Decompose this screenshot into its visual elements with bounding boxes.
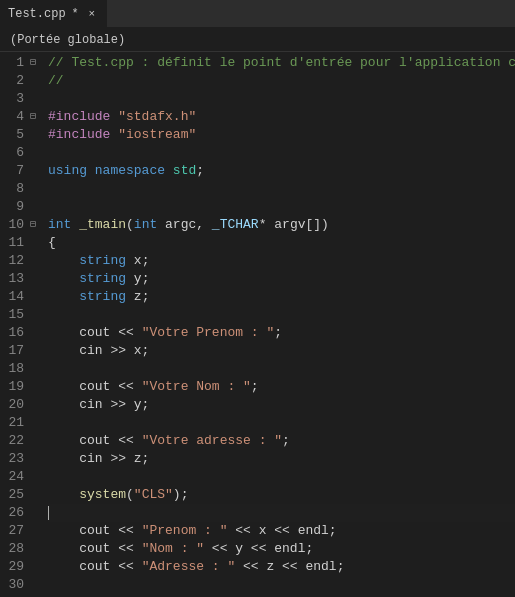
line-number: 2 <box>0 72 24 90</box>
token: #include <box>48 108 118 126</box>
fold-icon <box>30 558 44 576</box>
token: "Votre adresse : " <box>142 432 282 450</box>
line-number: 25 <box>0 486 24 504</box>
token <box>48 270 79 288</box>
token: cin >> x; <box>48 342 149 360</box>
fold-icon <box>30 540 44 558</box>
fold-icon <box>30 234 44 252</box>
fold-icon <box>30 360 44 378</box>
token: z; <box>126 288 149 306</box>
token: string <box>79 270 126 288</box>
fold-icon[interactable]: ⊟ <box>30 54 44 72</box>
fold-icon <box>30 432 44 450</box>
tab-test-cpp[interactable]: Test.cpp * × <box>0 0 108 27</box>
code-line <box>48 504 515 522</box>
fold-icon <box>30 162 44 180</box>
editor-area: 1234567891011121314151617181920212223242… <box>0 52 515 597</box>
token <box>48 288 79 306</box>
token: cout << <box>48 378 142 396</box>
fold-icon <box>30 252 44 270</box>
tab-filename: Test.cpp <box>8 7 66 21</box>
token: int <box>134 216 157 234</box>
code-line <box>48 468 515 486</box>
token: x; <box>126 252 149 270</box>
fold-icon <box>30 450 44 468</box>
line-number: 21 <box>0 414 24 432</box>
token: << x << endl; <box>227 522 336 540</box>
token: argc, <box>157 216 212 234</box>
code-line <box>48 576 515 594</box>
token: _tmain <box>79 216 126 234</box>
code-line: cout << "Votre adresse : "; <box>48 432 515 450</box>
token: << z << endl; <box>235 558 344 576</box>
token: ); <box>173 486 189 504</box>
fold-icon <box>30 90 44 108</box>
token: #include <box>48 126 118 144</box>
tab-close-button[interactable]: × <box>85 7 99 21</box>
code-line: { <box>48 234 515 252</box>
code-line <box>48 144 515 162</box>
code-line: // <box>48 72 515 90</box>
code-line: cin >> x; <box>48 342 515 360</box>
code-content[interactable]: // Test.cpp : définit le point d'entrée … <box>44 52 515 597</box>
fold-icon <box>30 522 44 540</box>
code-line <box>48 198 515 216</box>
token <box>48 252 79 270</box>
token: "stdafx.h" <box>118 108 196 126</box>
token: "Votre Prenom : " <box>142 324 275 342</box>
token: cout << <box>48 540 142 558</box>
breadcrumb: (Portée globale) <box>0 28 515 52</box>
code-line: string x; <box>48 252 515 270</box>
line-number: 28 <box>0 540 24 558</box>
line-number: 13 <box>0 270 24 288</box>
fold-icon <box>30 414 44 432</box>
line-number: 4 <box>0 108 24 126</box>
line-numbers-gutter: 1234567891011121314151617181920212223242… <box>0 52 30 597</box>
code-line: system("CLS"); <box>48 486 515 504</box>
token: << y << endl; <box>204 540 313 558</box>
fold-icon[interactable]: ⊟ <box>30 108 44 126</box>
line-number: 29 <box>0 558 24 576</box>
fold-icon <box>30 288 44 306</box>
token: "Nom : " <box>142 540 204 558</box>
token: ( <box>126 486 134 504</box>
fold-icon <box>30 342 44 360</box>
token: "iostream" <box>118 126 196 144</box>
line-number: 27 <box>0 522 24 540</box>
line-number: 15 <box>0 306 24 324</box>
token: "CLS" <box>134 486 173 504</box>
line-number: 1 <box>0 54 24 72</box>
fold-icon <box>30 576 44 594</box>
token: { <box>48 234 56 252</box>
code-line <box>48 360 515 378</box>
code-line: string y; <box>48 270 515 288</box>
token: _TCHAR <box>212 216 259 234</box>
line-number: 16 <box>0 324 24 342</box>
token: int <box>48 216 71 234</box>
line-number: 10 <box>0 216 24 234</box>
token: "Adresse : " <box>142 558 236 576</box>
fold-icon <box>30 126 44 144</box>
code-line: cout << "Votre Prenom : "; <box>48 324 515 342</box>
token: ; <box>274 324 282 342</box>
code-line: int _tmain(int argc, _TCHAR* argv[]) <box>48 216 515 234</box>
fold-icon <box>30 396 44 414</box>
code-line: cin >> y; <box>48 396 515 414</box>
line-number: 30 <box>0 576 24 594</box>
token: string <box>79 252 126 270</box>
line-number: 17 <box>0 342 24 360</box>
code-line: #include "stdafx.h" <box>48 108 515 126</box>
fold-icon[interactable]: ⊟ <box>30 216 44 234</box>
code-line: cout << "Nom : " << y << endl; <box>48 540 515 558</box>
token: cout << <box>48 432 142 450</box>
fold-icon <box>30 198 44 216</box>
code-line: // Test.cpp : définit le point d'entrée … <box>48 54 515 72</box>
line-number: 8 <box>0 180 24 198</box>
line-number: 20 <box>0 396 24 414</box>
token: "Votre Nom : " <box>142 378 251 396</box>
fold-icon <box>30 306 44 324</box>
token: ; <box>282 432 290 450</box>
fold-icon <box>30 270 44 288</box>
code-line <box>48 306 515 324</box>
fold-icon <box>30 468 44 486</box>
